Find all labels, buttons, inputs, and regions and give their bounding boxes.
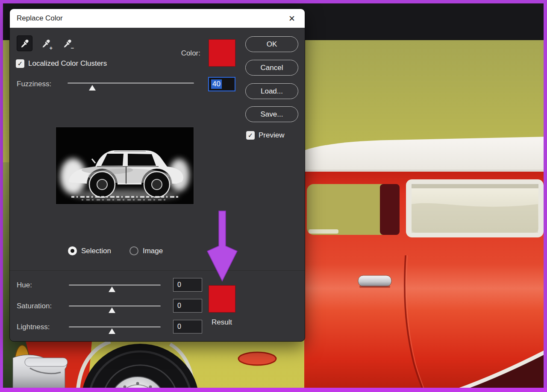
lightness-input[interactable]: 0 — [173, 320, 202, 333]
result-label: Result — [206, 318, 238, 327]
close-icon[interactable]: ✕ — [286, 14, 298, 23]
minus-glyph: − — [71, 45, 74, 51]
add-to-sample-button[interactable]: + — [38, 35, 54, 51]
hue-input[interactable]: 0 — [173, 278, 202, 292]
section-divider — [10, 271, 305, 271]
checkbox-check-icon: ✓ — [246, 131, 255, 140]
selection-radio[interactable]: Selection — [68, 246, 111, 255]
color-label: Color: — [158, 49, 200, 58]
cancel-button[interactable]: Cancel — [245, 60, 298, 76]
saturation-label: Saturation: — [17, 302, 52, 310]
lightness-label: Lightness: — [17, 323, 50, 331]
preview-label: Preview — [259, 131, 284, 140]
dialog-title: Replace Color — [17, 14, 63, 23]
save-button[interactable]: Save... — [245, 106, 298, 122]
preview-checkbox[interactable]: ✓ Preview — [246, 131, 284, 140]
display-mode-group: Selection Image — [68, 246, 163, 255]
image-radio-label: Image — [143, 247, 163, 255]
saturation-input[interactable]: 0 — [173, 299, 202, 313]
radio-unselected-icon — [129, 246, 138, 255]
saturation-slider-thumb[interactable] — [109, 307, 115, 313]
fuzziness-label: Fuzziness: — [17, 80, 51, 88]
selection-radio-label: Selection — [81, 247, 111, 255]
dialog-titlebar[interactable]: Replace Color ✕ — [10, 9, 305, 28]
lightness-value: 0 — [177, 323, 181, 331]
load-button[interactable]: Load... — [245, 83, 298, 99]
hue-label: Hue: — [17, 281, 32, 290]
selection-mask-image — [56, 127, 194, 204]
annotation-arrow-icon — [204, 210, 241, 284]
localized-color-clusters-label: Localized Color Clusters — [28, 59, 107, 68]
checkbox-check-icon: ✓ — [16, 59, 24, 68]
result-swatch[interactable] — [209, 285, 235, 313]
image-radio[interactable]: Image — [129, 246, 163, 255]
selection-preview-thumbnail[interactable] — [56, 127, 194, 204]
saturation-value: 0 — [177, 302, 181, 310]
eyedropper-toolbar: + − — [17, 35, 75, 51]
localized-color-clusters-checkbox[interactable]: ✓ Localized Color Clusters — [16, 59, 107, 68]
lightness-slider-track[interactable] — [69, 326, 161, 328]
saturation-slider-track[interactable] — [69, 305, 161, 307]
fuzziness-input[interactable]: 40 — [208, 77, 235, 91]
screenshot-canvas: Replace Color ✕ + — [0, 0, 547, 392]
radio-selected-icon — [68, 246, 77, 255]
lightness-slider-thumb[interactable] — [109, 328, 115, 334]
ok-button[interactable]: OK — [245, 36, 298, 52]
hue-slider-track[interactable] — [69, 284, 161, 286]
plus-glyph: + — [49, 45, 53, 51]
eyedropper-icon — [20, 39, 29, 48]
subtract-from-sample-button[interactable]: − — [59, 35, 75, 51]
replace-color-dialog: Replace Color ✕ + — [9, 9, 305, 342]
color-swatch[interactable] — [209, 39, 235, 67]
hue-value: 0 — [177, 281, 181, 289]
fuzziness-slider-thumb[interactable] — [89, 85, 96, 91]
hue-slider-thumb[interactable] — [109, 287, 115, 292]
fuzziness-slider-track[interactable] — [68, 82, 194, 84]
fuzziness-value: 40 — [211, 79, 222, 89]
eyedropper-button[interactable] — [17, 35, 32, 51]
